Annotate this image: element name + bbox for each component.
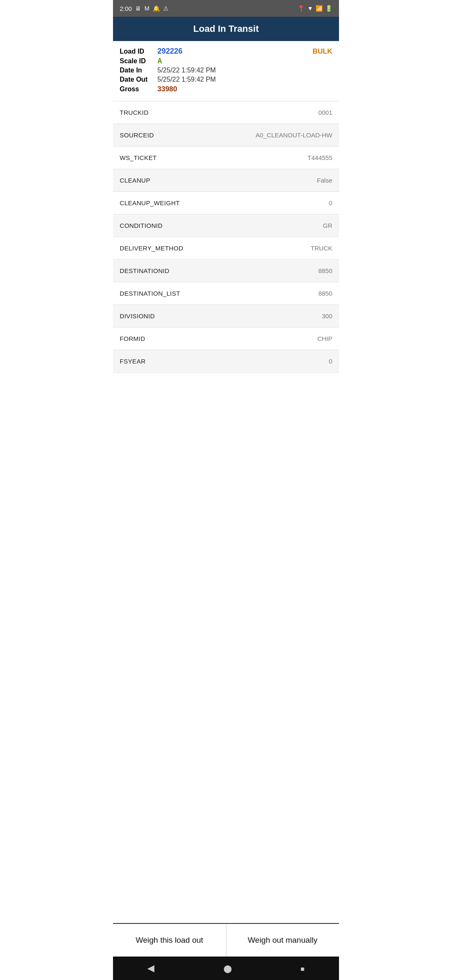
- table-row: TRUCKID0001: [113, 101, 339, 124]
- location-icon: 📍: [298, 5, 305, 12]
- load-info-section: Load ID 292226 BULK Scale ID A Date In 5…: [113, 41, 339, 101]
- data-key: CLEANUP_WEIGHT: [120, 199, 180, 206]
- data-key: WS_TICKET: [120, 154, 157, 161]
- date-out-value: 5/25/22 1:59:42 PM: [157, 76, 216, 83]
- data-value: 8850: [318, 290, 332, 297]
- table-row: WS_TICKETT444555: [113, 147, 339, 169]
- date-in-label: Date In: [120, 67, 157, 74]
- table-row: DESTINATIONID8850: [113, 260, 339, 282]
- data-value: 8850: [318, 267, 332, 274]
- load-id-value: 292226: [157, 47, 182, 56]
- scale-id-value: A: [157, 57, 162, 65]
- table-row: FSYEAR0: [113, 350, 339, 373]
- table-row: CLEANUPFalse: [113, 169, 339, 192]
- load-id-row: Load ID 292226 BULK: [120, 47, 332, 56]
- data-key: DELIVERY_METHOD: [120, 245, 183, 252]
- data-key: FORMID: [120, 335, 145, 342]
- status-left: 2:00 🖥 M 🔔 ⚠: [120, 5, 169, 12]
- data-value: CHIP: [317, 335, 332, 342]
- data-key: TRUCKID: [120, 109, 149, 116]
- table-row: CONDITIONIDGR: [113, 214, 339, 237]
- data-value: 300: [322, 312, 332, 320]
- signal-icon: 📶: [316, 5, 323, 12]
- date-in-value: 5/25/22 1:59:42 PM: [157, 67, 216, 74]
- data-value: A0_CLEANOUT-LOAD-HW: [256, 132, 332, 139]
- data-value: 0001: [318, 109, 332, 116]
- data-key: DESTINATION_LIST: [120, 290, 180, 297]
- date-in-row: Date In 5/25/22 1:59:42 PM: [120, 67, 332, 74]
- table-row: DIVISIONID300: [113, 305, 339, 328]
- data-value: T444555: [308, 154, 332, 161]
- data-value: GR: [323, 222, 333, 229]
- data-value: False: [317, 177, 332, 184]
- data-key: CLEANUP: [120, 177, 150, 184]
- gross-label: Gross: [120, 85, 157, 93]
- table-row: FORMIDCHIP: [113, 328, 339, 350]
- data-table: TRUCKID0001SOURCEIDA0_CLEANOUT-LOAD-HWWS…: [113, 101, 339, 923]
- weigh-manually-button[interactable]: Weigh out manually: [226, 924, 339, 957]
- gross-row: Gross 33980: [120, 85, 332, 93]
- data-value: 0: [329, 199, 332, 206]
- silent-icon: 🔔: [153, 5, 160, 12]
- status-bar: 2:00 🖥 M 🔔 ⚠ 📍 ▼ 📶 🔋: [113, 0, 339, 17]
- page-title: Load In Transit: [193, 23, 259, 34]
- data-value: TRUCK: [311, 245, 332, 252]
- data-key: CONDITIONID: [120, 222, 162, 229]
- home-button[interactable]: [223, 963, 232, 974]
- back-button[interactable]: [147, 963, 154, 974]
- date-out-label: Date Out: [120, 76, 157, 83]
- status-time: 2:00: [120, 5, 132, 12]
- data-key: SOURCEID: [120, 132, 154, 139]
- data-key: DESTINATIONID: [120, 267, 170, 274]
- recent-apps-button[interactable]: [300, 963, 305, 974]
- sim-icon: 🖥: [135, 5, 141, 12]
- alert-icon: ⚠: [163, 5, 169, 12]
- load-id-label: Load ID: [120, 48, 157, 55]
- wifi-icon: ▼: [307, 5, 313, 12]
- data-value: 0: [329, 358, 332, 365]
- scale-id-label: Scale ID: [120, 57, 157, 65]
- status-right: 📍 ▼ 📶 🔋: [298, 5, 332, 12]
- gross-value: 33980: [157, 85, 177, 93]
- table-row: SOURCEIDA0_CLEANOUT-LOAD-HW: [113, 124, 339, 147]
- data-key: DIVISIONID: [120, 312, 155, 320]
- date-out-row: Date Out 5/25/22 1:59:42 PM: [120, 76, 332, 83]
- weigh-load-out-button[interactable]: Weigh this load out: [113, 924, 226, 957]
- data-key: FSYEAR: [120, 358, 146, 365]
- mail-icon: M: [144, 5, 149, 12]
- action-buttons: Weigh this load out Weigh out manually: [113, 923, 339, 957]
- table-row: DESTINATION_LIST8850: [113, 282, 339, 305]
- bulk-badge: BULK: [313, 47, 332, 56]
- table-row: CLEANUP_WEIGHT0: [113, 192, 339, 214]
- table-row: DELIVERY_METHODTRUCK: [113, 237, 339, 260]
- scale-id-row: Scale ID A: [120, 57, 332, 65]
- nav-bar: [113, 957, 339, 980]
- battery-icon: 🔋: [325, 5, 332, 12]
- page-header: Load In Transit: [113, 17, 339, 41]
